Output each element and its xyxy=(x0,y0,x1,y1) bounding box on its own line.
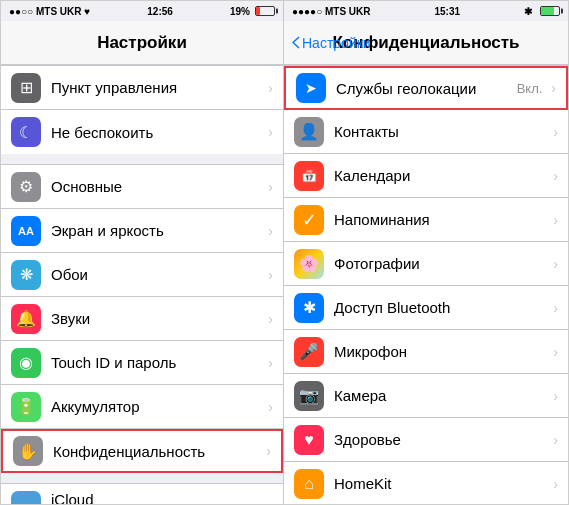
left-settings-list[interactable]: ⊞ Пункт управления › ☾ Не беспокоить › ⚙… xyxy=(1,65,283,505)
right-status-bar: ●●●●○ MTS UKR 15:31 ✱ xyxy=(284,1,568,21)
settings-item-display[interactable]: AA Экран и яркость › xyxy=(1,209,283,253)
settings-item-sounds[interactable]: 🔔 Звуки › xyxy=(1,297,283,341)
icloud-chevron: › xyxy=(268,498,273,506)
left-nav-bar: Настройки xyxy=(1,21,283,65)
location-icon: ➤ xyxy=(296,73,326,103)
contacts-icon: 👤 xyxy=(294,117,324,147)
settings-item-icloud[interactable]: ☁ iCloud vaanoo@ukr.net › xyxy=(1,484,283,505)
icloud-icon: ☁ xyxy=(11,491,41,506)
do-not-disturb-label: Не беспокоить xyxy=(51,124,263,141)
left-nav-title: Настройки xyxy=(97,33,187,53)
right-status-icons: ✱ xyxy=(524,6,560,17)
left-panel: ●●○○ MTS UKR ♥ 12:56 19% Настройки ⊞ Пун… xyxy=(1,1,284,505)
left-separator-1 xyxy=(1,154,283,164)
location-label: Службы геолокации xyxy=(336,80,517,97)
settings-item-health[interactable]: ♥ Здоровье › xyxy=(284,418,568,462)
privacy-icon: ✋ xyxy=(13,436,43,466)
microphone-chevron: › xyxy=(553,344,558,360)
photos-icon: 🌸 xyxy=(294,249,324,279)
reminders-icon: ✓ xyxy=(294,205,324,235)
battery-icon-wrap: 🔋 xyxy=(11,392,41,422)
control-center-chevron: › xyxy=(268,80,273,96)
left-carrier: ●●○○ MTS UKR ♥ xyxy=(9,6,90,17)
touch-id-label: Touch ID и пароль xyxy=(51,354,263,371)
bluetooth-icon: ✱ xyxy=(294,293,324,323)
health-chevron: › xyxy=(553,432,558,448)
left-group-2: ⚙ Основные › AA Экран и яркость › ❋ Обои… xyxy=(1,164,283,473)
left-group-1: ⊞ Пункт управления › ☾ Не беспокоить › xyxy=(1,65,283,154)
left-battery-percent: 19% xyxy=(230,6,250,17)
left-time: 12:56 xyxy=(147,6,173,17)
camera-chevron: › xyxy=(553,388,558,404)
health-label: Здоровье xyxy=(334,431,548,448)
settings-item-homekit[interactable]: ⌂ HomeKit › xyxy=(284,462,568,505)
general-chevron: › xyxy=(268,179,273,195)
icloud-label-wrap: iCloud vaanoo@ukr.net xyxy=(51,491,263,505)
settings-item-location[interactable]: ➤ Службы геолокации Вкл. › xyxy=(284,66,568,110)
sounds-chevron: › xyxy=(268,311,273,327)
settings-item-calendar[interactable]: 📅 Календари › xyxy=(284,154,568,198)
settings-item-control-center[interactable]: ⊞ Пункт управления › xyxy=(1,66,283,110)
right-settings-list[interactable]: ➤ Службы геолокации Вкл. › 👤 Контакты › … xyxy=(284,65,568,505)
general-icon: ⚙ xyxy=(11,172,41,202)
back-label: Настройки xyxy=(302,35,371,51)
display-icon: AA xyxy=(11,216,41,246)
icloud-label: iCloud xyxy=(51,491,263,505)
left-separator-2 xyxy=(1,473,283,483)
location-chevron: › xyxy=(551,80,556,96)
sounds-icon: 🔔 xyxy=(11,304,41,334)
right-carrier: ●●●●○ MTS UKR xyxy=(292,6,371,17)
left-group-3: ☁ iCloud vaanoo@ukr.net › ♫ iTunes Store… xyxy=(1,483,283,505)
settings-item-do-not-disturb[interactable]: ☾ Не беспокоить › xyxy=(1,110,283,154)
settings-item-photos[interactable]: 🌸 Фотографии › xyxy=(284,242,568,286)
back-button[interactable]: Настройки xyxy=(292,35,371,51)
location-value: Вкл. xyxy=(517,81,543,96)
settings-item-reminders[interactable]: ✓ Напоминания › xyxy=(284,198,568,242)
back-chevron-icon xyxy=(292,36,300,49)
wallpaper-label: Обои xyxy=(51,266,263,283)
homekit-icon: ⌂ xyxy=(294,469,324,499)
wallpaper-icon: ❋ xyxy=(11,260,41,290)
settings-item-touch-id[interactable]: ◉ Touch ID и пароль › xyxy=(1,341,283,385)
settings-item-battery[interactable]: 🔋 Аккумулятор › xyxy=(1,385,283,429)
contacts-label: Контакты xyxy=(334,123,548,140)
control-center-label: Пункт управления xyxy=(51,79,263,96)
right-bt-icon: ✱ xyxy=(524,6,532,17)
settings-item-camera[interactable]: 📷 Камера › xyxy=(284,374,568,418)
privacy-label: Конфиденциальность xyxy=(53,443,261,460)
settings-item-wallpaper[interactable]: ❋ Обои › xyxy=(1,253,283,297)
battery-label: Аккумулятор xyxy=(51,398,263,415)
general-label: Основные xyxy=(51,178,263,195)
battery-chevron: › xyxy=(268,399,273,415)
homekit-label: HomeKit xyxy=(334,475,548,492)
right-time: 15:31 xyxy=(434,6,460,17)
health-icon: ♥ xyxy=(294,425,324,455)
settings-item-bluetooth[interactable]: ✱ Доступ Bluetooth › xyxy=(284,286,568,330)
settings-item-privacy[interactable]: ✋ Конфиденциальность › xyxy=(1,429,283,473)
calendar-chevron: › xyxy=(553,168,558,184)
settings-item-contacts[interactable]: 👤 Контакты › xyxy=(284,110,568,154)
settings-item-general[interactable]: ⚙ Основные › xyxy=(1,165,283,209)
homekit-chevron: › xyxy=(553,476,558,492)
right-battery-fill xyxy=(541,7,554,15)
calendar-label: Календари xyxy=(334,167,548,184)
right-panel: ●●●●○ MTS UKR 15:31 ✱ Настройки Конфиден… xyxy=(284,1,568,505)
camera-label: Камера xyxy=(334,387,548,404)
settings-item-microphone[interactable]: 🎤 Микрофон › xyxy=(284,330,568,374)
camera-icon: 📷 xyxy=(294,381,324,411)
wallpaper-chevron: › xyxy=(268,267,273,283)
contacts-chevron: › xyxy=(553,124,558,140)
touch-id-icon: ◉ xyxy=(11,348,41,378)
right-group-main: ➤ Службы геолокации Вкл. › 👤 Контакты › … xyxy=(284,65,568,505)
left-battery-icon xyxy=(255,6,275,16)
bluetooth-chevron: › xyxy=(553,300,558,316)
display-label: Экран и яркость xyxy=(51,222,263,239)
privacy-chevron: › xyxy=(266,443,271,459)
microphone-label: Микрофон xyxy=(334,343,548,360)
touch-id-chevron: › xyxy=(268,355,273,371)
reminders-label: Напоминания xyxy=(334,211,548,228)
right-nav-bar: Настройки Конфиденциальность xyxy=(284,21,568,65)
do-not-disturb-icon: ☾ xyxy=(11,117,41,147)
photos-label: Фотографии xyxy=(334,255,548,272)
microphone-icon: 🎤 xyxy=(294,337,324,367)
